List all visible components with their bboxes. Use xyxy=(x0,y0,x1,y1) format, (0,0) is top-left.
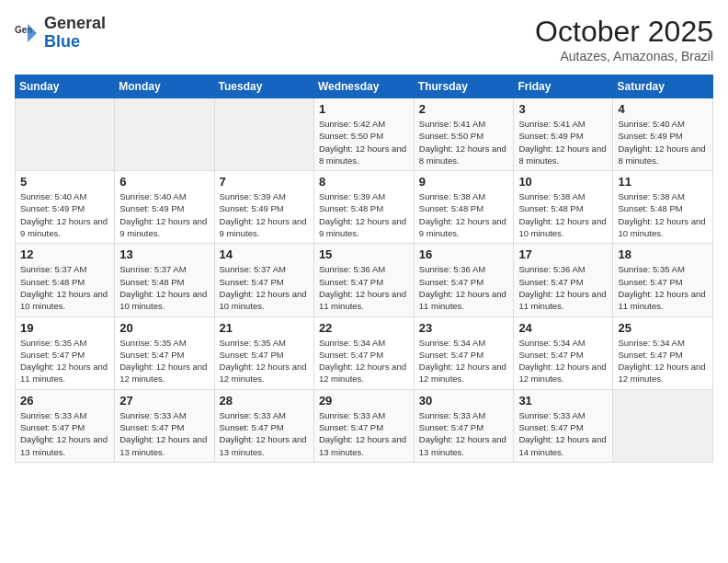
day-number: 31 xyxy=(518,394,608,408)
day-number: 27 xyxy=(119,394,209,408)
day-number: 28 xyxy=(220,394,309,408)
day-number: 12 xyxy=(20,247,109,261)
day-number: 22 xyxy=(319,321,409,335)
calendar-cell: 17Sunrise: 5:36 AM Sunset: 5:47 PM Dayli… xyxy=(514,244,613,316)
title-block: October 2025 Autazes, Amazonas, Brazil xyxy=(535,15,713,63)
day-number: 11 xyxy=(618,175,708,189)
calendar-cell: 23Sunrise: 5:34 AM Sunset: 5:47 PM Dayli… xyxy=(414,316,514,389)
calendar-cell: 18Sunrise: 5:35 AM Sunset: 5:47 PM Dayli… xyxy=(613,244,713,316)
calendar-week-row: 1Sunrise: 5:42 AM Sunset: 5:50 PM Daylig… xyxy=(16,98,713,171)
day-info: Sunrise: 5:37 AM Sunset: 5:48 PM Dayligh… xyxy=(119,263,209,312)
calendar-cell xyxy=(613,389,713,462)
day-info: Sunrise: 5:34 AM Sunset: 5:47 PM Dayligh… xyxy=(319,337,409,385)
calendar-cell: 5Sunrise: 5:40 AM Sunset: 5:49 PM Daylig… xyxy=(16,171,115,244)
day-number: 6 xyxy=(119,175,209,189)
day-number: 2 xyxy=(419,102,509,116)
calendar-cell: 11Sunrise: 5:38 AM Sunset: 5:48 PM Dayli… xyxy=(613,171,713,244)
calendar-cell: 6Sunrise: 5:40 AM Sunset: 5:49 PM Daylig… xyxy=(115,171,214,244)
day-number: 23 xyxy=(419,321,509,335)
day-number: 16 xyxy=(419,247,509,261)
day-number: 25 xyxy=(618,321,708,335)
day-info: Sunrise: 5:33 AM Sunset: 5:47 PM Dayligh… xyxy=(419,409,509,458)
logo-icon: Gen xyxy=(15,20,40,46)
day-info: Sunrise: 5:42 AM Sunset: 5:50 PM Dayligh… xyxy=(319,118,409,167)
day-info: Sunrise: 5:33 AM Sunset: 5:47 PM Dayligh… xyxy=(119,409,209,458)
day-info: Sunrise: 5:39 AM Sunset: 5:48 PM Dayligh… xyxy=(319,190,409,239)
day-info: Sunrise: 5:37 AM Sunset: 5:48 PM Dayligh… xyxy=(20,263,109,312)
weekday-header-monday: Monday xyxy=(115,75,214,98)
calendar-cell: 15Sunrise: 5:36 AM Sunset: 5:47 PM Dayli… xyxy=(313,244,414,316)
calendar-cell: 2Sunrise: 5:41 AM Sunset: 5:50 PM Daylig… xyxy=(414,98,514,171)
weekday-header-row: SundayMondayTuesdayWednesdayThursdayFrid… xyxy=(16,75,713,98)
calendar-cell: 8Sunrise: 5:39 AM Sunset: 5:48 PM Daylig… xyxy=(313,171,414,244)
day-number: 20 xyxy=(119,321,209,335)
day-info: Sunrise: 5:40 AM Sunset: 5:49 PM Dayligh… xyxy=(119,190,209,239)
day-info: Sunrise: 5:35 AM Sunset: 5:47 PM Dayligh… xyxy=(119,337,209,385)
day-number: 13 xyxy=(119,247,209,261)
calendar-cell: 9Sunrise: 5:38 AM Sunset: 5:48 PM Daylig… xyxy=(414,171,514,244)
weekday-header-thursday: Thursday xyxy=(414,75,514,98)
day-info: Sunrise: 5:35 AM Sunset: 5:47 PM Dayligh… xyxy=(220,337,309,385)
day-info: Sunrise: 5:35 AM Sunset: 5:47 PM Dayligh… xyxy=(618,263,708,312)
day-number: 4 xyxy=(618,102,708,116)
month-title: October 2025 xyxy=(535,15,713,49)
calendar-table: SundayMondayTuesdayWednesdayThursdayFrid… xyxy=(15,75,713,463)
calendar-cell: 13Sunrise: 5:37 AM Sunset: 5:48 PM Dayli… xyxy=(115,244,214,316)
calendar-cell: 26Sunrise: 5:33 AM Sunset: 5:47 PM Dayli… xyxy=(16,389,115,462)
calendar-week-row: 12Sunrise: 5:37 AM Sunset: 5:48 PM Dayli… xyxy=(16,244,713,316)
calendar-cell: 14Sunrise: 5:37 AM Sunset: 5:47 PM Dayli… xyxy=(214,244,313,316)
day-number: 30 xyxy=(419,394,509,408)
day-number: 17 xyxy=(518,247,608,261)
day-number: 19 xyxy=(20,321,109,335)
day-number: 8 xyxy=(319,175,409,189)
day-number: 18 xyxy=(618,247,708,261)
day-number: 9 xyxy=(419,175,509,189)
day-info: Sunrise: 5:41 AM Sunset: 5:50 PM Dayligh… xyxy=(419,118,509,167)
calendar-cell: 29Sunrise: 5:33 AM Sunset: 5:47 PM Dayli… xyxy=(313,389,414,462)
calendar-cell: 21Sunrise: 5:35 AM Sunset: 5:47 PM Dayli… xyxy=(214,316,313,389)
day-number: 26 xyxy=(20,394,109,408)
day-info: Sunrise: 5:36 AM Sunset: 5:47 PM Dayligh… xyxy=(419,263,509,312)
day-info: Sunrise: 5:34 AM Sunset: 5:47 PM Dayligh… xyxy=(518,337,608,385)
day-info: Sunrise: 5:33 AM Sunset: 5:47 PM Dayligh… xyxy=(319,409,409,458)
day-number: 5 xyxy=(20,175,109,189)
calendar-cell: 19Sunrise: 5:35 AM Sunset: 5:47 PM Dayli… xyxy=(16,316,115,389)
day-number: 7 xyxy=(220,175,309,189)
day-number: 29 xyxy=(319,394,409,408)
calendar-cell: 27Sunrise: 5:33 AM Sunset: 5:47 PM Dayli… xyxy=(115,389,214,462)
calendar-cell: 20Sunrise: 5:35 AM Sunset: 5:47 PM Dayli… xyxy=(115,316,214,389)
day-info: Sunrise: 5:33 AM Sunset: 5:47 PM Dayligh… xyxy=(518,409,608,458)
logo: Gen General Blue xyxy=(15,15,106,52)
calendar-cell: 28Sunrise: 5:33 AM Sunset: 5:47 PM Dayli… xyxy=(214,389,313,462)
day-number: 3 xyxy=(518,102,608,116)
calendar-cell: 30Sunrise: 5:33 AM Sunset: 5:47 PM Dayli… xyxy=(414,389,514,462)
day-number: 14 xyxy=(220,247,309,261)
calendar-week-row: 19Sunrise: 5:35 AM Sunset: 5:47 PM Dayli… xyxy=(16,316,713,389)
weekday-header-sunday: Sunday xyxy=(16,75,115,98)
day-number: 24 xyxy=(518,321,608,335)
day-info: Sunrise: 5:37 AM Sunset: 5:47 PM Dayligh… xyxy=(220,263,309,312)
calendar-cell xyxy=(214,98,313,171)
calendar-cell xyxy=(16,98,115,171)
calendar-cell: 12Sunrise: 5:37 AM Sunset: 5:48 PM Dayli… xyxy=(16,244,115,316)
location: Autazes, Amazonas, Brazil xyxy=(535,49,713,63)
calendar-cell: 25Sunrise: 5:34 AM Sunset: 5:47 PM Dayli… xyxy=(613,316,713,389)
calendar-cell: 4Sunrise: 5:40 AM Sunset: 5:49 PM Daylig… xyxy=(613,98,713,171)
weekday-header-tuesday: Tuesday xyxy=(214,75,313,98)
calendar-cell: 22Sunrise: 5:34 AM Sunset: 5:47 PM Dayli… xyxy=(313,316,414,389)
calendar-cell xyxy=(115,98,214,171)
logo-general-text: General xyxy=(44,14,106,32)
day-info: Sunrise: 5:35 AM Sunset: 5:47 PM Dayligh… xyxy=(20,337,109,385)
calendar-week-row: 5Sunrise: 5:40 AM Sunset: 5:49 PM Daylig… xyxy=(16,171,713,244)
day-info: Sunrise: 5:36 AM Sunset: 5:47 PM Dayligh… xyxy=(518,263,608,312)
day-info: Sunrise: 5:40 AM Sunset: 5:49 PM Dayligh… xyxy=(618,118,708,167)
calendar-week-row: 26Sunrise: 5:33 AM Sunset: 5:47 PM Dayli… xyxy=(16,389,713,462)
calendar-cell: 31Sunrise: 5:33 AM Sunset: 5:47 PM Dayli… xyxy=(514,389,613,462)
weekday-header-saturday: Saturday xyxy=(613,75,713,98)
calendar-cell: 3Sunrise: 5:41 AM Sunset: 5:49 PM Daylig… xyxy=(514,98,613,171)
day-number: 15 xyxy=(319,247,409,261)
day-number: 21 xyxy=(220,321,309,335)
day-number: 1 xyxy=(319,102,409,116)
day-info: Sunrise: 5:38 AM Sunset: 5:48 PM Dayligh… xyxy=(419,190,509,239)
day-number: 10 xyxy=(518,175,608,189)
